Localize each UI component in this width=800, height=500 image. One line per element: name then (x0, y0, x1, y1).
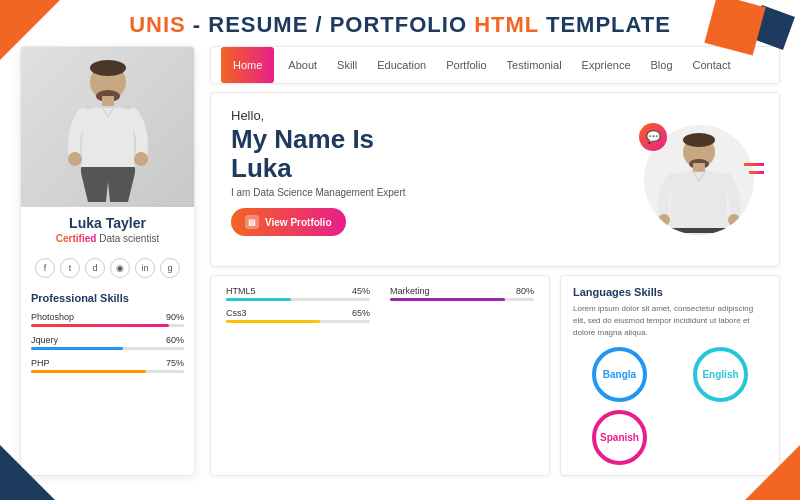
nav-home[interactable]: Home (221, 47, 274, 83)
skill-css3-percent: 65% (352, 308, 370, 318)
main-layout: Luka Tayler Certified Data scientist f t… (0, 46, 800, 476)
skill-jquery-bar-bg (31, 347, 184, 350)
twitter-icon[interactable]: t (60, 258, 80, 278)
view-portfolio-label: View Protfolio (265, 217, 332, 228)
corner-decoration-br (745, 445, 800, 500)
svg-point-5 (134, 152, 148, 166)
skill-marketing-bar (390, 298, 505, 301)
hero-name: My Name Is Luka (231, 125, 624, 182)
linkedin-icon[interactable]: in (135, 258, 155, 278)
page-title: UNIS - RESUME / PORTFOLIO HTML TEMPLATE (0, 0, 800, 46)
skill-html5-row: HTML5 45% (226, 286, 370, 296)
skill-jquery-percent: 60% (166, 335, 184, 345)
instagram-icon[interactable]: ◉ (110, 258, 130, 278)
lang-spanish-item: Spanish (573, 410, 666, 465)
skill-marketing: Marketing 80% (390, 286, 534, 301)
hero-image-area: 💬 (639, 108, 759, 251)
view-portfolio-button[interactable]: ▤ View Protfolio (231, 208, 346, 236)
skill-photoshop-bar-bg (31, 324, 184, 327)
skill-photoshop-percent: 90% (166, 312, 184, 322)
bottom-section: HTML5 45% Css3 65% (210, 275, 780, 476)
profile-image (21, 47, 194, 207)
lang-bangla-item: Bangla (573, 347, 666, 402)
dribbble-icon[interactable]: d (85, 258, 105, 278)
sidebar-info: Luka Tayler Certified Data scientist (21, 207, 194, 252)
skill-css3-label: Css3 (226, 308, 247, 318)
nav-bar: Home About Skill Education Portfolio Tes… (210, 46, 780, 84)
name-line2: Luka (231, 153, 292, 183)
googleplus-icon[interactable]: g (160, 258, 180, 278)
skill-html5-label: HTML5 (226, 286, 256, 296)
certified-label: Certified (56, 233, 97, 244)
skill-marketing-label: Marketing (390, 286, 430, 296)
svg-rect-13 (670, 228, 728, 233)
portfolio-btn-icon: ▤ (245, 215, 259, 229)
skill-jquery-bar (31, 347, 123, 350)
skill-marketing-row: Marketing 80% (390, 286, 534, 296)
lang-english-item: English (674, 347, 767, 402)
skill-jquery-label: Jquery (31, 335, 58, 345)
social-icons: f t d ◉ in g (21, 252, 194, 284)
nav-blog[interactable]: Blog (641, 47, 683, 83)
right-content: Home About Skill Education Portfolio Tes… (210, 46, 780, 476)
skill-photoshop: Photoshop 90% (31, 312, 184, 327)
sidebar-skills-title: Professional Skills (31, 292, 184, 304)
title-html: HTML (474, 12, 539, 37)
skill-php-percent: 75% (166, 358, 184, 368)
nav-skill[interactable]: Skill (327, 47, 367, 83)
skill-php-label: PHP (31, 358, 50, 368)
skill-css3-bar-bg (226, 320, 370, 323)
skill-jquery-row: Jquery 60% (31, 335, 184, 345)
svg-rect-10 (693, 163, 705, 172)
skills-col2: Marketing 80% (390, 286, 534, 465)
hero-subtitle: I am Data Science Management Expert (231, 187, 624, 198)
svg-point-11 (658, 214, 670, 226)
lang-bangla-label: Bangla (603, 369, 636, 380)
skill-photoshop-row: Photoshop 90% (31, 312, 184, 322)
person-illustration (63, 52, 153, 202)
nav-portfolio[interactable]: Portfolio (436, 47, 496, 83)
facebook-icon[interactable]: f (35, 258, 55, 278)
svg-rect-3 (102, 96, 114, 106)
title-text: Data scientist (99, 233, 159, 244)
profile-image-container (21, 47, 194, 207)
nav-education[interactable]: Education (367, 47, 436, 83)
skill-php-bar (31, 370, 146, 373)
sidebar-card: Luka Tayler Certified Data scientist f t… (20, 46, 195, 476)
nav-contact[interactable]: Contact (683, 47, 741, 83)
svg-point-8 (683, 133, 715, 147)
lang-spanish-circle: Spanish (592, 410, 647, 465)
skill-css3-bar (226, 320, 320, 323)
languages-title: Languages Skills (573, 286, 767, 298)
nav-about[interactable]: About (278, 47, 327, 83)
skill-photoshop-label: Photoshop (31, 312, 74, 322)
language-circles: Bangla English Spanish (573, 347, 767, 465)
title-separator: - RESUME / PORTFOLIO (186, 12, 474, 37)
svg-rect-6 (81, 167, 135, 173)
lang-english-circle: English (693, 347, 748, 402)
skill-php: PHP 75% (31, 358, 184, 373)
hero-text: Hello, My Name Is Luka I am Data Science… (231, 108, 624, 251)
profile-title: Certified Data scientist (31, 233, 184, 244)
profile-name: Luka Tayler (31, 215, 184, 231)
skill-jquery: Jquery 60% (31, 335, 184, 350)
skill-photoshop-bar (31, 324, 169, 327)
svg-point-4 (68, 152, 82, 166)
name-line1: My Name Is (231, 124, 374, 154)
skill-marketing-bar-bg (390, 298, 534, 301)
skill-html5-bar (226, 298, 291, 301)
nav-experience[interactable]: Exprience (572, 47, 641, 83)
chat-bubble-icon: 💬 (639, 123, 667, 151)
skill-css3: Css3 65% (226, 308, 370, 323)
title-template: TEMPLATE (539, 12, 671, 37)
skill-html5-percent: 45% (352, 286, 370, 296)
right-skills-panel: HTML5 45% Css3 65% (210, 275, 550, 476)
nav-testimonial[interactable]: Testimonial (497, 47, 572, 83)
hero-section: Hello, My Name Is Luka I am Data Science… (210, 92, 780, 267)
skill-php-row: PHP 75% (31, 358, 184, 368)
skill-html5-bar-bg (226, 298, 370, 301)
title-unis: UNIS (129, 12, 186, 37)
lang-spanish-label: Spanish (600, 432, 639, 443)
dash-line-2 (749, 171, 764, 174)
skill-html5: HTML5 45% (226, 286, 370, 301)
